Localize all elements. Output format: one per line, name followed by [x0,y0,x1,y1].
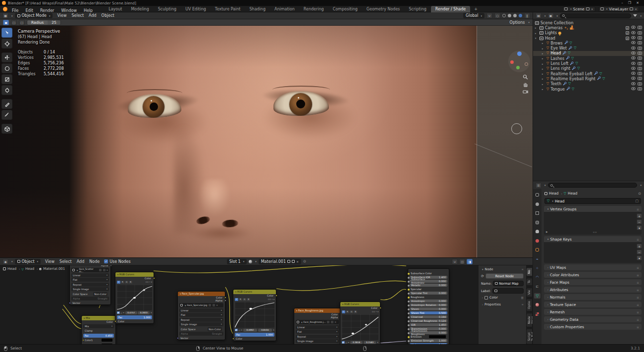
collection-row-cameras[interactable]: ▸ Cameras ⌖3 ▟3 ✓ [533,25,644,30]
node-rgb-curves-1[interactable]: ▾RGB Curves Color CRGB⊙⊙ • ▾ ◩△↔0.47570.… [115,272,154,324]
datablock-name-field[interactable]: ▽ ▾ Head ▢ [544,198,641,204]
outliner-object-row[interactable]: ▸ ▽ Teeth ▽ [533,82,644,87]
workspace-tab[interactable]: Animation [270,6,299,12]
sidebar-tab[interactable]: Script To But [526,329,533,344]
viewport-menu-item[interactable]: View [54,13,69,18]
region-toggle-icon[interactable]: ◨ [467,259,473,264]
node-dropdown[interactable]: Repeat▾ [179,318,223,322]
bsdf-input-row[interactable]: IOR 1.450 [410,323,447,327]
color1-input[interactable]: Color1 [83,338,114,342]
fac-slider[interactable]: Fac1.000 [235,333,274,337]
clamp-toggle[interactable]: Clamp [83,329,114,333]
collapsed-panel[interactable]: › Geometry Data ≡ [544,316,642,322]
viewport-3d[interactable]: Camera Perspective (67) Head | Head Rend… [0,26,533,257]
color-space-row[interactable]: Color SpaceNon-Color [179,327,223,331]
render-camera-icon[interactable] [638,36,642,41]
output-socket[interactable] [153,277,155,279]
copy-icon[interactable] [586,7,590,10]
remove-vertex-group-button[interactable]: − [637,219,642,224]
minimize-button[interactable]: – [621,1,623,5]
curve-tools-row[interactable]: ◩△↔0.49920.8104✕ [235,329,274,332]
render-camera-icon[interactable] [638,51,642,56]
node-dropdown[interactable]: Flat▾ [296,330,339,334]
tab-output[interactable] [534,210,540,216]
bsdf-input-row[interactable]: Anisotropic 0.000 [410,300,447,303]
render-camera-icon[interactable] [638,82,642,87]
shape-key-specials-button[interactable]: ▾ [637,255,642,260]
viewport-menu-item[interactable]: Select [69,13,86,18]
unlink-icon[interactable]: ✕ [216,304,217,306]
input-socket[interactable] [82,339,84,341]
node-color-row[interactable]: › Color ☰ [479,295,526,301]
outliner-object-row[interactable]: ▸ ▽ Head ▽ [533,51,644,56]
hide-eye-icon[interactable] [631,31,636,36]
hide-eye-icon[interactable] [631,82,636,87]
hide-eye-icon[interactable] [631,25,636,30]
snap-magnet-icon[interactable]: ∪ [486,13,492,18]
node-canvas[interactable]: Head› ▽ Head› Material.001 Alpha ▾Face_S… [0,265,533,344]
output-socket[interactable] [379,307,381,309]
emission-color-swatch[interactable] [429,335,446,338]
channel-buttons[interactable]: CRGB⊙⊙ • ▾ [235,298,274,301]
material-name-field[interactable]: Material.001 ✕ [259,259,301,264]
add-vertex-group-button[interactable]: + [637,213,642,218]
output-socket[interactable] [224,300,226,302]
tab-tool[interactable] [534,192,540,198]
editor-type-button[interactable]: ◉ [2,259,8,264]
collapsed-panel[interactable]: › UV Maps ≡ [544,264,642,270]
open-image-icon[interactable] [213,304,215,306]
expand-caret-icon[interactable]: ▸ [542,67,545,70]
breadcrumb-data[interactable]: Head [568,191,578,196]
selectability-checkbox[interactable]: ✓ [626,31,629,35]
output-socket[interactable] [224,297,226,299]
fake-user-icon[interactable] [209,304,211,306]
node-rgb-curves-3[interactable]: ▾RGB Curves Color CRGB⊙⊙ • ▾ ◩△↔0.38180.… [340,302,380,344]
outliner-filter-icon[interactable]: ▣ [548,13,554,18]
viewport-menu-item[interactable]: Object [99,13,117,18]
hide-eye-icon[interactable] [631,71,636,76]
bsdf-input-row[interactable]: Emission [410,335,447,339]
panel-grip-icon[interactable]: ≡ [637,303,639,306]
scene-selector[interactable]: ▾ Scene ✕ [562,6,595,12]
workspace-tab[interactable]: Geometry Nodes [362,6,404,12]
node-image-texture-specular[interactable]: ▾Face_Specular.jpg Color Alpha ▾Face_Spe… [177,291,225,340]
unlink-icon[interactable]: ✕ [107,269,108,271]
bsdf-input-row[interactable]: Subsurface Color [410,272,447,275]
bsdf-input-row[interactable]: Roughness [410,296,447,299]
node-principled-bsdf[interactable]: Subsurface Color Subsurface IOR 1.400 Su… [408,268,449,344]
transform-tool[interactable] [1,85,12,95]
breadcrumb-material[interactable]: Material.001 [43,267,65,271]
filter-funnel-icon[interactable] [633,14,637,17]
panel-grip-icon[interactable]: ≡ [637,238,639,241]
unlink-icon[interactable]: ✕ [334,321,336,323]
expand-caret-icon[interactable]: ▸ [535,26,538,29]
bsdf-input-row[interactable]: Sheen 0.000 [410,307,447,311]
panel-grip-icon[interactable]: ≡ [637,266,639,269]
panel-grip-icon[interactable]: ≡ [522,268,524,271]
node-image-texture-scatter[interactable]: Alpha ▾Face_Scatter m...✕ Linear▾Flat▾Re… [69,265,111,305]
bsdf-input-row[interactable]: Metallic 0.000 [410,284,447,287]
brush-blend-icon[interactable]: ▣ [3,20,9,25]
channel-buttons[interactable]: CRGB⊙⊙ • ▾ [342,310,378,313]
fake-user-icon[interactable] [327,321,329,323]
workspace-tab[interactable]: Render / Shade [431,6,470,12]
color-checkbox[interactable] [484,296,488,300]
node-header[interactable]: ▾Mix [82,316,115,320]
shader-type-selector[interactable]: Object ▾ [15,259,41,264]
curve-widget[interactable] [117,285,152,310]
rotate-tool[interactable] [1,63,12,73]
transform-orientation-selector[interactable]: Global ▾ [463,13,484,18]
cursor-tool[interactable] [1,39,12,49]
fake-user-shield-icon[interactable] [287,260,290,263]
tab-object[interactable] [534,247,540,252]
axis-neg-handle[interactable] [525,62,528,66]
color2-swatch[interactable] [102,344,112,345]
color2-input[interactable]: Color2 [83,343,114,345]
editor-type-button[interactable]: ☰ [536,183,541,188]
collapsed-panel[interactable]: › Face Maps ≡ [544,279,642,285]
node-dropdown[interactable]: Linear▾ [71,273,109,277]
collapsed-panel[interactable]: › Color Attributes ≡ [544,272,642,278]
annotate-tool[interactable] [1,99,12,109]
image-selector[interactable]: ▾Face_Specular.jpg✕ [179,303,223,307]
axis-z-handle[interactable] [517,51,522,56]
